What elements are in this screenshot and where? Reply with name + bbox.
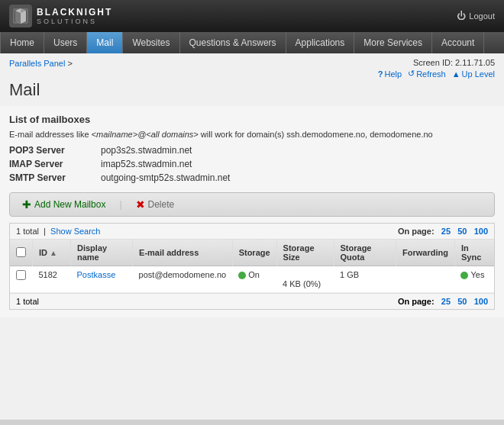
logo-icon bbox=[9, 5, 32, 27]
email-notice: E-mail addresses like <mailname>@<all do… bbox=[9, 130, 495, 139]
logout-icon: ⏻ bbox=[457, 11, 466, 21]
row-display-name: Postkasse bbox=[71, 266, 133, 293]
nav-mail[interactable]: Mail bbox=[87, 32, 123, 53]
table-row: 5182 Postkasse post@demodomene.no On 4 K… bbox=[10, 266, 494, 293]
nav-applications[interactable]: Applications bbox=[286, 32, 355, 53]
table-page-size-bottom: On page: 25 50 100 bbox=[398, 297, 488, 306]
logo-text: BLACKNIGHT SOLUTIONS bbox=[37, 7, 112, 25]
help-icon: ? bbox=[378, 69, 383, 79]
navigation: Home Users Mail Websites Questions & Ans… bbox=[0, 32, 504, 53]
col-forwarding: Forwarding bbox=[396, 240, 455, 266]
mailbox-link[interactable]: Postkasse bbox=[77, 270, 116, 279]
server-info: POP3 Server pop3s2s.stwadmin.net IMAP Se… bbox=[9, 145, 495, 183]
imap-value: imap52s.stwadmin.net bbox=[101, 159, 495, 169]
up-level-icon: ▲ bbox=[452, 69, 460, 79]
page-50-top[interactable]: 50 bbox=[457, 227, 467, 236]
page-25-top[interactable]: 25 bbox=[441, 227, 451, 236]
total-count-bottom: 1 total bbox=[16, 297, 39, 306]
col-email: E-mail address bbox=[133, 240, 233, 266]
select-all-header[interactable] bbox=[10, 240, 33, 266]
logo: BLACKNIGHT SOLUTIONS bbox=[9, 5, 112, 27]
row-checkbox-cell[interactable] bbox=[10, 266, 33, 293]
in-sync-icon bbox=[460, 272, 468, 279]
smtp-label: SMTP Server bbox=[9, 172, 101, 183]
help-action[interactable]: ? Help bbox=[378, 69, 402, 79]
pop3-label: POP3 Server bbox=[9, 145, 101, 156]
table-top-bar: 1 total | Show Search On page: 25 50 100 bbox=[10, 224, 494, 240]
logout-button[interactable]: ⏻ Logout bbox=[457, 11, 495, 21]
row-forwarding bbox=[396, 266, 455, 293]
page-title: Mail bbox=[0, 80, 504, 106]
col-storage-size: Storage Size bbox=[276, 240, 334, 266]
on-page-label-top: On page: bbox=[398, 227, 435, 236]
table-bottom-bar: 1 total On page: 25 50 100 bbox=[10, 293, 494, 309]
table-page-size-top: On page: 25 50 100 bbox=[398, 227, 488, 236]
toolbar: ✚ Add New Mailbox | ✖ Delete bbox=[9, 192, 495, 217]
row-in-sync: Yes bbox=[454, 266, 494, 293]
nav-account[interactable]: Account bbox=[432, 32, 484, 53]
row-id: 5182 bbox=[33, 266, 71, 293]
add-icon: ✚ bbox=[22, 198, 31, 211]
nav-home[interactable]: Home bbox=[0, 32, 44, 53]
page-50-bottom[interactable]: 50 bbox=[457, 297, 467, 306]
page-25-bottom[interactable]: 25 bbox=[441, 297, 451, 306]
select-all-checkbox[interactable] bbox=[16, 247, 26, 257]
main-content: List of mailboxes E-mail addresses like … bbox=[0, 106, 504, 317]
sort-id-icon: ▲ bbox=[50, 249, 57, 257]
table-header-row: ID ▲ Display name E-mail address Storage… bbox=[10, 240, 494, 266]
header: BLACKNIGHT SOLUTIONS ⏻ Logout bbox=[0, 0, 504, 32]
top-actions: ? Help ↺ Refresh ▲ Up Level bbox=[378, 69, 495, 79]
page-100-bottom[interactable]: 100 bbox=[474, 297, 488, 306]
row-storage-quota: 1 GB bbox=[334, 266, 396, 293]
on-page-label-bottom: On page: bbox=[398, 297, 435, 306]
nav-websites[interactable]: Websites bbox=[123, 32, 179, 53]
nav-more-services[interactable]: More Services bbox=[354, 32, 432, 53]
refresh-icon: ↺ bbox=[408, 69, 415, 79]
col-id[interactable]: ID ▲ bbox=[33, 240, 71, 266]
up-level-action[interactable]: ▲ Up Level bbox=[452, 69, 495, 79]
row-storage-size: 4 KB (0%) bbox=[276, 266, 334, 293]
pop3-value: pop3s2s.stwadmin.net bbox=[101, 145, 495, 156]
top-bar: Parallels Panel > Screen ID: 2.11.71.05 … bbox=[0, 53, 504, 80]
col-storage-quota: Storage Quota bbox=[334, 240, 396, 266]
delete-icon: ✖ bbox=[136, 198, 145, 211]
row-storage-status: On bbox=[232, 266, 276, 293]
imap-label: IMAP Server bbox=[9, 159, 101, 169]
content-area: Parallels Panel > Screen ID: 2.11.71.05 … bbox=[0, 53, 504, 420]
mailbox-table-body: 5182 Postkasse post@demodomene.no On 4 K… bbox=[10, 266, 494, 293]
email-template: <mailname>@<all domains> bbox=[92, 130, 199, 139]
screen-id: Screen ID: 2.11.71.05 bbox=[413, 58, 495, 67]
total-count: 1 total bbox=[16, 227, 39, 236]
col-display-name: Display name bbox=[71, 240, 133, 266]
smtp-value: outgoing-smtp52s.stwadmin.net bbox=[101, 172, 495, 183]
col-in-sync: In Sync bbox=[454, 240, 494, 266]
row-email: post@demodomene.no bbox=[133, 266, 233, 293]
storage-on-icon bbox=[238, 272, 246, 279]
table-count-area: 1 total | Show Search bbox=[16, 227, 101, 236]
delete-button[interactable]: ✖ Delete bbox=[131, 197, 179, 212]
page-100-top[interactable]: 100 bbox=[474, 227, 488, 236]
nav-qa[interactable]: Questions & Answers bbox=[180, 32, 286, 53]
breadcrumb-parent[interactable]: Parallels Panel bbox=[9, 59, 65, 68]
col-storage: Storage bbox=[232, 240, 276, 266]
nav-users[interactable]: Users bbox=[44, 32, 87, 53]
mailbox-table-area: 1 total | Show Search On page: 25 50 100 bbox=[9, 223, 495, 310]
add-mailbox-button[interactable]: ✚ Add New Mailbox bbox=[18, 197, 110, 212]
breadcrumb-area: Parallels Panel > bbox=[9, 58, 73, 69]
refresh-action[interactable]: ↺ Refresh bbox=[408, 69, 446, 79]
toolbar-divider: | bbox=[119, 199, 121, 210]
show-search-link[interactable]: Show Search bbox=[50, 227, 100, 236]
mailbox-table: ID ▲ Display name E-mail address Storage… bbox=[10, 240, 494, 293]
table-bottom-count: 1 total bbox=[16, 297, 39, 306]
list-title: List of mailboxes bbox=[9, 114, 495, 125]
row-checkbox[interactable] bbox=[16, 270, 26, 280]
breadcrumb: Parallels Panel > bbox=[9, 59, 73, 68]
